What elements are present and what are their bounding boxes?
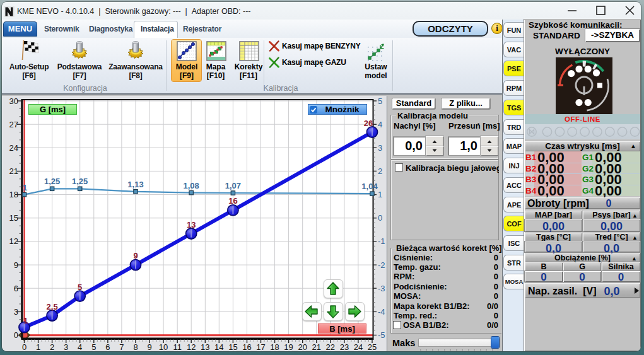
svg-text:6: 6 [105,342,110,351]
svg-text:1,07: 1,07 [225,181,241,190]
svg-text:11: 11 [173,342,182,351]
svg-text:1,25: 1,25 [72,177,88,186]
svg-text:2,5: 2,5 [47,302,58,311]
svg-text:9: 9 [147,342,151,351]
svg-text:21: 21 [312,342,321,351]
svg-text:1: 1 [378,190,382,199]
svg-text:15: 15 [9,213,18,223]
svg-text:-4: -4 [378,307,385,317]
svg-text:-1: -1 [378,236,385,246]
svg-text:4: 4 [378,120,382,129]
svg-text:9: 9 [14,260,18,270]
svg-text:21: 21 [9,166,18,176]
svg-text:24: 24 [9,143,18,153]
svg-text:22: 22 [326,342,335,351]
svg-text:24: 24 [354,342,363,351]
svg-text:0: 0 [378,213,382,223]
svg-text:3: 3 [14,307,18,317]
svg-text:23: 23 [340,342,349,351]
svg-text:18: 18 [9,190,18,199]
svg-text:30: 30 [9,96,18,106]
svg-text:2: 2 [50,342,54,351]
svg-text:16: 16 [228,196,237,206]
svg-text:-2: -2 [378,260,385,270]
svg-text:14: 14 [214,342,223,351]
svg-text:1,08: 1,08 [184,181,199,190]
svg-text:9: 9 [133,251,138,260]
svg-text:5: 5 [78,282,82,292]
svg-text:19: 19 [284,342,293,351]
svg-text:12: 12 [187,342,196,351]
svg-text:5: 5 [91,342,96,351]
svg-text:1,13: 1,13 [127,180,143,189]
svg-text:27: 27 [9,120,18,129]
svg-text:1,25: 1,25 [44,177,60,186]
svg-text:1,04: 1,04 [361,182,378,191]
svg-text:1: 1 [23,183,27,192]
svg-text:12: 12 [9,236,18,246]
svg-text:13: 13 [187,220,196,230]
svg-text:0: 0 [22,342,26,351]
svg-text:17: 17 [256,342,265,351]
svg-text:26: 26 [364,119,373,128]
svg-text:7: 7 [119,342,124,351]
svg-text:5: 5 [378,96,382,106]
svg-text:20: 20 [298,342,307,351]
svg-text:13: 13 [201,342,209,351]
svg-text:1: 1 [23,316,28,325]
svg-text:10: 10 [159,342,168,351]
svg-text:4: 4 [78,342,82,351]
svg-text:8: 8 [133,342,138,351]
svg-text:-5: -5 [378,330,385,340]
svg-text:-3: -3 [378,284,385,293]
svg-text:18: 18 [270,342,279,351]
svg-text:3: 3 [378,143,382,153]
svg-text:3: 3 [64,342,68,351]
svg-text:16: 16 [242,342,251,351]
svg-text:0: 0 [14,330,18,340]
svg-text:25: 25 [368,342,377,351]
svg-text:6: 6 [14,284,18,293]
svg-text:2: 2 [378,166,382,176]
svg-text:1: 1 [36,342,40,351]
svg-text:15: 15 [228,342,237,351]
